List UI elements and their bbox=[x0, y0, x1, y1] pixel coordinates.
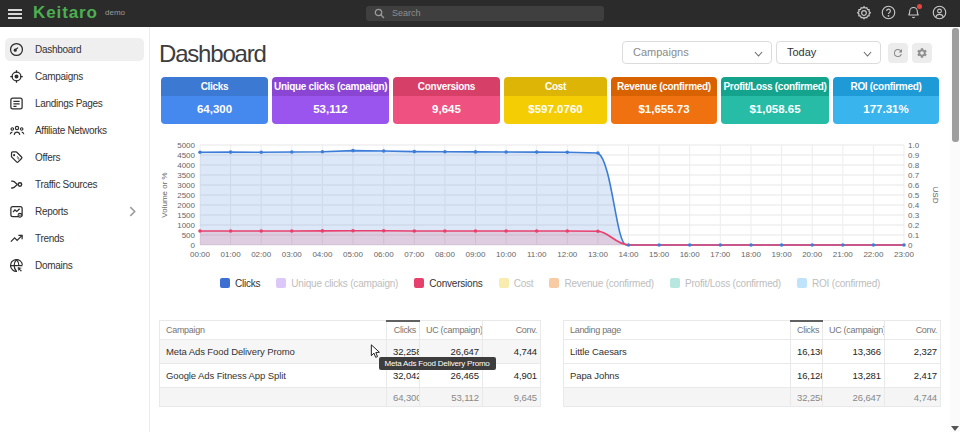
svg-text:0.5: 0.5 bbox=[908, 191, 920, 200]
svg-text:Volume or %: Volume or % bbox=[160, 172, 169, 217]
svg-text:0.8: 0.8 bbox=[908, 161, 920, 170]
svg-text:22:00: 22:00 bbox=[863, 250, 884, 259]
svg-text:02:00: 02:00 bbox=[251, 250, 272, 259]
svg-text:15:00: 15:00 bbox=[649, 250, 670, 259]
svg-text:5000: 5000 bbox=[177, 141, 195, 150]
svg-text:4000: 4000 bbox=[177, 161, 195, 170]
svg-text:3500: 3500 bbox=[177, 171, 195, 180]
svg-text:20:00: 20:00 bbox=[802, 250, 823, 259]
svg-text:0.6: 0.6 bbox=[908, 181, 920, 190]
svg-text:13:00: 13:00 bbox=[588, 250, 609, 259]
svg-text:1.0: 1.0 bbox=[908, 141, 920, 150]
svg-text:05:00: 05:00 bbox=[343, 250, 364, 259]
svg-text:01:00: 01:00 bbox=[221, 250, 242, 259]
svg-text:12:00: 12:00 bbox=[557, 250, 578, 259]
svg-text:03:00: 03:00 bbox=[282, 250, 303, 259]
svg-text:16:00: 16:00 bbox=[680, 250, 701, 259]
svg-text:19:00: 19:00 bbox=[772, 250, 793, 259]
svg-text:07:00: 07:00 bbox=[404, 250, 425, 259]
svg-text:23:00: 23:00 bbox=[894, 250, 915, 259]
svg-text:0: 0 bbox=[191, 241, 196, 250]
svg-text:08:00: 08:00 bbox=[435, 250, 456, 259]
svg-text:11:00: 11:00 bbox=[527, 250, 547, 259]
svg-text:4500: 4500 bbox=[177, 151, 195, 160]
svg-text:0.2: 0.2 bbox=[908, 221, 920, 230]
svg-text:500: 500 bbox=[182, 231, 196, 240]
svg-text:0.9: 0.9 bbox=[908, 151, 920, 160]
svg-text:10:00: 10:00 bbox=[496, 250, 517, 259]
svg-text:0.3: 0.3 bbox=[908, 211, 920, 220]
svg-text:00:00: 00:00 bbox=[190, 250, 211, 259]
svg-text:06:00: 06:00 bbox=[374, 250, 395, 259]
svg-text:0.7: 0.7 bbox=[908, 171, 920, 180]
svg-text:0.1: 0.1 bbox=[908, 231, 920, 240]
svg-text:14:00: 14:00 bbox=[618, 250, 639, 259]
svg-text:3000: 3000 bbox=[177, 181, 195, 190]
svg-text:09:00: 09:00 bbox=[465, 250, 486, 259]
svg-text:2000: 2000 bbox=[177, 201, 195, 210]
svg-text:2500: 2500 bbox=[177, 191, 195, 200]
svg-text:18:00: 18:00 bbox=[741, 250, 762, 259]
svg-text:04:00: 04:00 bbox=[312, 250, 333, 259]
svg-text:0: 0 bbox=[908, 241, 913, 250]
svg-text:USD: USD bbox=[931, 187, 940, 204]
svg-text:17:00: 17:00 bbox=[710, 250, 731, 259]
svg-text:1000: 1000 bbox=[177, 221, 195, 230]
svg-text:0.4: 0.4 bbox=[908, 201, 920, 210]
svg-text:21:00: 21:00 bbox=[833, 250, 854, 259]
svg-text:1500: 1500 bbox=[177, 211, 195, 220]
